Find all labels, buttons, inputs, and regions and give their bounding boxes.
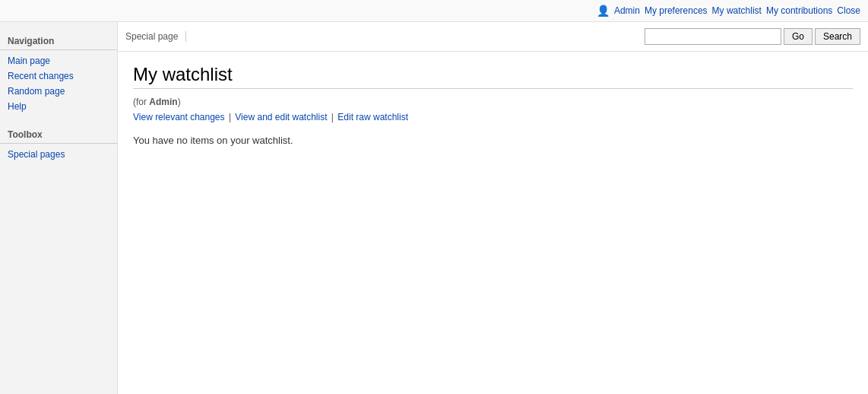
separator-2: | (331, 112, 336, 122)
main-content: My watchlist (for Admin) View relevant c… (118, 52, 868, 158)
sidebar-item-help[interactable]: Help (0, 99, 117, 114)
sidebar: Navigation Main page Recent changes Rand… (0, 22, 118, 394)
my-contributions-link[interactable]: My contributions (766, 5, 832, 16)
search-bar: Special page Go Search (118, 22, 868, 52)
search-input[interactable] (645, 28, 781, 45)
for-user-line: (for Admin) (133, 97, 853, 107)
admin-link[interactable]: Admin (614, 5, 640, 16)
page-title: My watchlist (133, 64, 853, 89)
navigation-title: Navigation (0, 30, 117, 50)
edit-raw-watchlist-link[interactable]: Edit raw watchlist (337, 112, 408, 122)
for-username: Admin (149, 97, 177, 107)
sidebar-item-main-page[interactable]: Main page (0, 53, 117, 68)
my-watchlist-link[interactable]: My watchlist (712, 5, 762, 16)
my-preferences-link[interactable]: My preferences (645, 5, 708, 16)
go-button[interactable]: Go (784, 28, 813, 45)
search-button[interactable]: Search (815, 28, 860, 45)
sidebar-item-special-pages[interactable]: Special pages (0, 147, 117, 162)
sidebar-item-random-page[interactable]: Random page (0, 84, 117, 99)
view-edit-watchlist-link[interactable]: View and edit watchlist (235, 112, 327, 122)
toolbox-title: Toolbox (0, 123, 117, 144)
top-bar: 👤 Admin My preferences My watchlist My c… (0, 0, 868, 22)
view-relevant-changes-link[interactable]: View relevant changes (133, 112, 225, 122)
sidebar-item-recent-changes[interactable]: Recent changes (0, 68, 117, 84)
content-area: Special page Go Search My watchlist (for… (118, 22, 868, 394)
separator-1: | (229, 112, 233, 122)
empty-message: You have no items on your watchlist. (133, 135, 853, 146)
close-link[interactable]: Close (837, 5, 860, 16)
for-close: ) (178, 97, 181, 107)
toolbox-section: Toolbox Special pages (0, 123, 117, 162)
watchlist-links: View relevant changes | View and edit wa… (133, 112, 853, 122)
user-icon: 👤 (597, 5, 610, 17)
special-page-label: Special page (125, 31, 186, 42)
layout: Navigation Main page Recent changes Rand… (0, 22, 868, 394)
for-label: (for (133, 97, 149, 107)
navigation-section: Navigation Main page Recent changes Rand… (0, 30, 117, 114)
